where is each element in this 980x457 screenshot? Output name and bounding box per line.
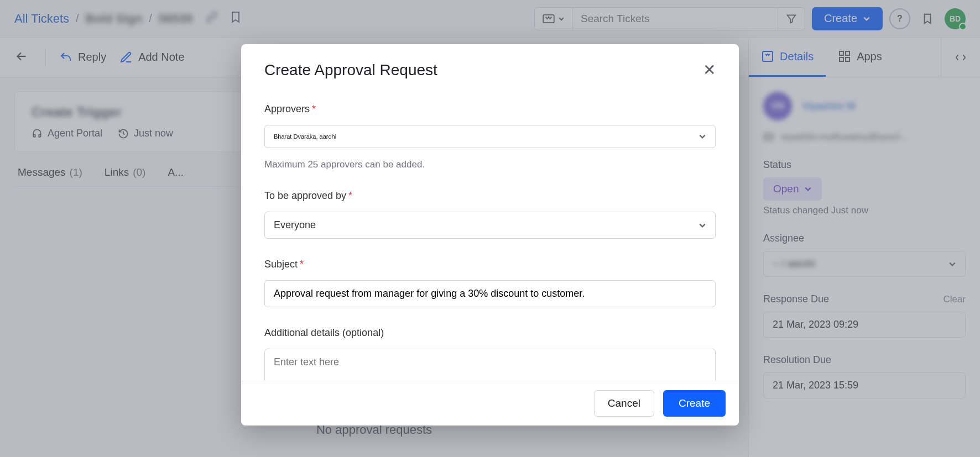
modal-header: Create Approval Request ✕ (241, 44, 739, 79)
close-icon[interactable]: ✕ (703, 61, 716, 79)
cancel-button[interactable]: Cancel (594, 390, 654, 417)
approved-by-label: To be approved by* (264, 190, 716, 202)
details-textarea[interactable] (274, 356, 706, 379)
approved-by-value: Everyone (274, 219, 316, 231)
subject-label: Subject* (264, 259, 716, 270)
modal-title: Create Approval Request (264, 61, 437, 79)
details-input-wrap (264, 349, 716, 381)
approvers-select[interactable]: Bharat Dvaraka, aarohi (264, 125, 716, 148)
details-label: Additional details (optional) (264, 327, 716, 339)
approvers-label: Approvers* (264, 103, 716, 115)
chevron-down-icon (698, 133, 706, 140)
modal-overlay: Create Approval Request ✕ Approvers* Bha… (0, 0, 980, 457)
subject-input[interactable] (274, 288, 706, 300)
modal-create-button[interactable]: Create (663, 390, 726, 417)
approvers-value: Bharat Dvaraka, aarohi (274, 133, 336, 140)
modal-body: Approvers* Bharat Dvaraka, aarohi Maximu… (241, 79, 739, 381)
subject-input-wrap (264, 280, 716, 307)
approved-by-select[interactable]: Everyone (264, 212, 716, 239)
approval-modal: Create Approval Request ✕ Approvers* Bha… (241, 44, 739, 426)
modal-footer: Cancel Create (241, 381, 739, 426)
chevron-down-icon (698, 222, 706, 229)
approvers-hint: Maximum 25 approvers can be added. (264, 159, 716, 170)
